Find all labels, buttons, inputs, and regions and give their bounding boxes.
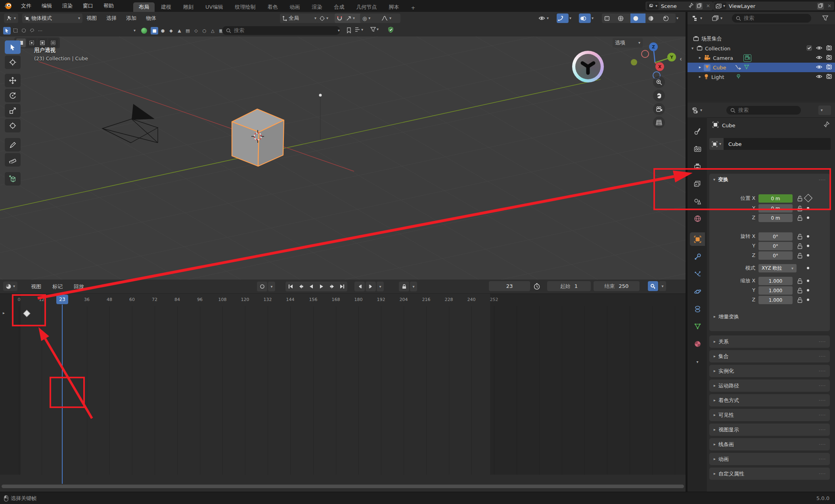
mode-intersect-icon[interactable] xyxy=(48,38,58,47)
outliner-row-collection[interactable]: ▾ Collection xyxy=(688,44,835,53)
lock-icon[interactable] xyxy=(797,234,802,241)
outliner-row-camera[interactable]: ▾ Camera xyxy=(688,53,835,63)
zoom-button[interactable] xyxy=(653,76,665,88)
light-object[interactable] xyxy=(319,94,322,140)
new-scene-icon[interactable] xyxy=(696,3,703,10)
delta-transform-subpanel[interactable]: ▾ 增量变换 xyxy=(713,313,739,320)
channel-expand-icon[interactable]: ▾ xyxy=(2,312,6,314)
hide-viewport-eye-icon[interactable] xyxy=(816,46,822,52)
sort-options-button[interactable]: ▾ xyxy=(354,27,363,33)
shading-solid-button[interactable] xyxy=(630,13,645,23)
collapsed-panel-header[interactable]: ▾集合···· xyxy=(709,350,830,362)
lock-icon[interactable] xyxy=(797,243,802,250)
use-preview-range-icon[interactable] xyxy=(534,283,540,291)
workspace-tab[interactable]: 布局 xyxy=(133,2,155,12)
proportional-edit-toggle[interactable]: ◎▾ xyxy=(360,13,381,23)
next-keyframe-button[interactable] xyxy=(327,282,337,291)
new-viewlayer-icon[interactable] xyxy=(817,3,824,10)
tab-object-data[interactable] xyxy=(690,320,705,333)
playhead-frame-badge[interactable]: 23 xyxy=(56,295,68,304)
tool-rotate[interactable] xyxy=(5,89,21,102)
step-forward-button[interactable] xyxy=(366,282,376,291)
remove-viewlayer-icon[interactable]: ✕ xyxy=(826,3,833,9)
current-frame-field[interactable]: 23 xyxy=(489,281,530,291)
bookmark-icon[interactable] xyxy=(347,27,351,34)
workspace-tab[interactable]: 渲染 xyxy=(306,2,327,12)
panel-grip-icon[interactable]: ···· xyxy=(819,383,826,388)
tool-measure[interactable] xyxy=(5,153,21,167)
animate-dot-icon[interactable] xyxy=(807,254,809,257)
snap-toggle[interactable]: ▾ xyxy=(335,13,362,23)
tab-world[interactable] xyxy=(690,212,705,225)
viewlayer-icon[interactable]: ▾ xyxy=(714,2,726,10)
collapsed-panel-header[interactable]: ▾运动路径···· xyxy=(709,379,830,392)
editor-type-button[interactable]: ▾ xyxy=(4,13,18,23)
mode-extend-icon[interactable] xyxy=(27,38,36,47)
tab-physics[interactable] xyxy=(690,285,705,298)
workspace-tab[interactable]: + xyxy=(405,4,421,12)
scale-y-field[interactable]: 1.000 xyxy=(758,286,793,295)
viewlayer-name[interactable]: ViewLayer xyxy=(729,3,755,9)
collapse-icon[interactable]: ▾ xyxy=(698,76,702,78)
playback-sync-lock[interactable]: ▾ xyxy=(399,282,417,291)
step-back-button[interactable] xyxy=(354,282,365,291)
shading-dropdown[interactable]: ▾ xyxy=(676,13,684,23)
panel-grip-icon[interactable]: ···· xyxy=(819,427,826,432)
animate-dot-icon[interactable] xyxy=(807,267,809,269)
workspace-tab[interactable]: 纹理绘制 xyxy=(229,2,261,12)
pin-icon[interactable] xyxy=(689,3,693,9)
select-lasso-button[interactable] xyxy=(28,27,36,34)
timeline-scrollbar[interactable] xyxy=(2,485,684,488)
unlink-scene-icon[interactable]: ✕ xyxy=(705,3,711,9)
tool-transform[interactable] xyxy=(5,119,21,132)
collapse-icon[interactable]: ▾ xyxy=(698,66,702,68)
lock-icon[interactable] xyxy=(797,253,802,260)
tool-scale[interactable] xyxy=(5,104,21,117)
workspace-tab[interactable]: 几何节点 xyxy=(350,2,382,12)
viewport-menu-item[interactable]: 物体 xyxy=(141,15,161,22)
select-circle-button[interactable] xyxy=(20,27,27,34)
mode-subtract-icon[interactable] xyxy=(38,38,47,47)
object-id-icon-dropdown[interactable]: ▾ xyxy=(709,138,724,150)
workspace-tab[interactable]: 脚本 xyxy=(383,2,404,12)
mode-dropdown[interactable]: 物体模式▾ xyxy=(22,13,82,23)
hide-viewport-eye-icon[interactable] xyxy=(816,65,822,71)
tab-strip-overflow-chevron[interactable]: ▾ xyxy=(690,355,705,369)
shading-wireframe-button[interactable] xyxy=(615,13,630,23)
keying-set-button[interactable]: ▾ xyxy=(648,281,666,291)
tool-move[interactable] xyxy=(5,74,21,87)
play-button[interactable] xyxy=(316,282,327,291)
lock-icon[interactable] xyxy=(797,297,802,304)
properties-editor-type-button[interactable]: ▾ xyxy=(690,105,705,115)
properties-search-input[interactable]: 搜索 xyxy=(726,106,801,115)
panel-grip-icon[interactable]: ···· xyxy=(819,471,826,476)
camera-view-button[interactable] xyxy=(653,103,665,115)
shading-rendered-button[interactable] xyxy=(661,13,676,23)
animate-dot-icon[interactable] xyxy=(807,280,809,282)
topbar-menu-item[interactable]: 文件 xyxy=(16,2,36,10)
collapsed-panel-header[interactable]: ▾实例化···· xyxy=(709,365,830,377)
overlays-toggle[interactable]: ▾ xyxy=(579,13,598,23)
jump-to-end-button[interactable] xyxy=(337,282,347,291)
orthographic-toggle-button[interactable] xyxy=(653,117,665,128)
tab-constraints[interactable] xyxy=(690,302,705,316)
collapsed-panel-header[interactable]: ▾视图显示···· xyxy=(709,424,830,436)
collapse-icon[interactable]: ▾ xyxy=(691,46,693,50)
select-extend-button[interactable]: ⋯ xyxy=(36,27,44,34)
material-preview-ball-icon[interactable] xyxy=(141,28,147,34)
collapsed-panel-header[interactable]: ▾关系···· xyxy=(709,335,830,348)
panel-grip-icon[interactable]: ···· xyxy=(819,442,826,447)
workspace-tab[interactable]: UV编辑 xyxy=(200,2,228,12)
filter-empty-icon[interactable]: △ xyxy=(209,27,216,34)
play-reverse-button[interactable] xyxy=(306,282,316,291)
tab-render[interactable] xyxy=(690,142,705,155)
rotation-x-field[interactable]: 0° xyxy=(758,232,793,241)
timeline-menu-item[interactable]: 视图 xyxy=(25,283,47,290)
breadcrumb-label[interactable]: Cube xyxy=(722,123,735,128)
animate-dot-icon[interactable] xyxy=(807,299,809,301)
workspace-tab[interactable]: 建模 xyxy=(155,2,177,12)
outliner-scene-stack-button[interactable]: ▾ xyxy=(710,13,725,23)
tool-cursor[interactable] xyxy=(5,56,21,69)
workspace-tab[interactable]: 雕刻 xyxy=(178,2,199,12)
workspace-tab[interactable]: 合成 xyxy=(328,2,350,12)
